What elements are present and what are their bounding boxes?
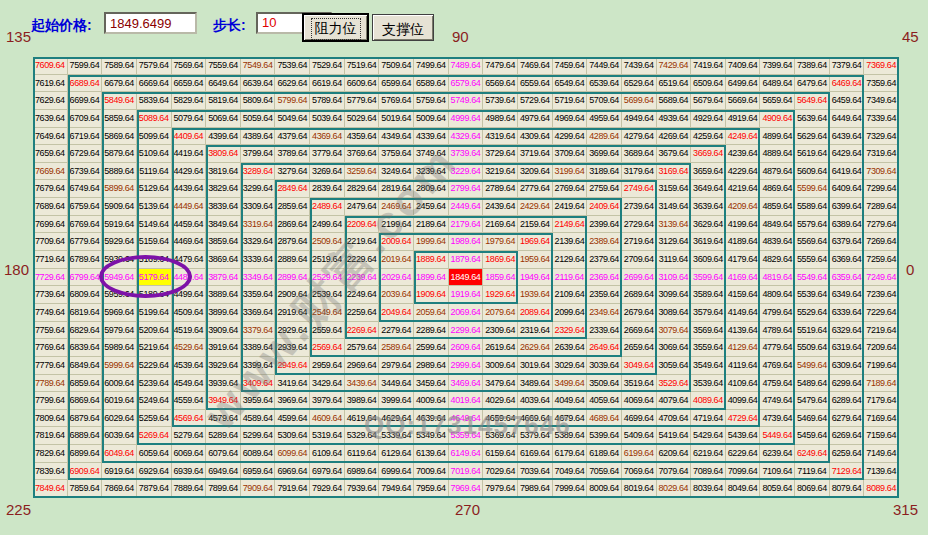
grid-cell[interactable]: 6339.64 [830, 304, 865, 322]
grid-cell[interactable]: 2109.64 [553, 286, 588, 304]
grid-cell[interactable]: 8009.64 [587, 480, 622, 498]
grid-cell[interactable]: 7209.64 [864, 339, 899, 357]
grid-cell[interactable]: 6629.64 [275, 75, 310, 93]
grid-cell[interactable]: 2829.64 [345, 180, 380, 198]
grid-cell[interactable]: 1999.64 [414, 233, 449, 251]
grid-cell[interactable]: 7459.64 [553, 57, 588, 75]
grid-cell[interactable]: 4359.64 [345, 128, 380, 146]
grid-cell[interactable]: 2139.64 [553, 233, 588, 251]
grid-cell[interactable]: 7629.64 [33, 92, 68, 110]
grid-cell[interactable]: 5929.64 [102, 233, 137, 251]
grid-cell[interactable]: 5419.64 [657, 427, 692, 445]
grid-cell[interactable]: 5939.64 [102, 251, 137, 269]
grid-cell[interactable]: 5059.64 [241, 110, 276, 128]
grid-cell[interactable]: 5949.64 [102, 269, 137, 287]
grid-cell[interactable]: 5069.64 [206, 110, 241, 128]
grid-cell[interactable]: 4299.64 [553, 128, 588, 146]
grid-cell[interactable]: 7909.64 [241, 480, 276, 498]
grid-cell[interactable]: 7309.64 [864, 163, 899, 181]
grid-cell[interactable]: 6649.64 [206, 75, 241, 93]
grid-cell[interactable]: 5489.64 [795, 375, 830, 393]
grid-cell[interactable]: 3539.64 [691, 375, 726, 393]
grid-cell[interactable]: 7699.64 [33, 216, 68, 234]
grid-cell[interactable]: 4449.64 [172, 198, 207, 216]
grid-cell[interactable]: 2779.64 [518, 180, 553, 198]
grid-cell[interactable]: 6329.64 [830, 322, 865, 340]
grid-cell[interactable]: 7729.64 [33, 269, 68, 287]
grid-cell[interactable]: 3789.64 [275, 145, 310, 163]
grid-cell[interactable]: 7529.64 [310, 57, 345, 75]
grid-cell[interactable]: 5659.64 [760, 92, 795, 110]
grid-cell[interactable]: 3459.64 [414, 375, 449, 393]
grid-cell[interactable]: 7599.64 [68, 57, 103, 75]
grid-cell[interactable]: 6749.64 [68, 180, 103, 198]
grid-cell[interactable]: 3689.64 [622, 145, 657, 163]
grid-cell[interactable]: 4859.64 [760, 198, 795, 216]
grid-cell[interactable]: 3659.64 [691, 163, 726, 181]
grid-cell[interactable]: 4219.64 [726, 180, 761, 198]
grid-cell[interactable]: 2729.64 [622, 216, 657, 234]
grid-cell[interactable]: 7069.64 [622, 463, 657, 481]
grid-cell[interactable]: 7409.64 [726, 57, 761, 75]
grid-cell[interactable]: 5789.64 [310, 92, 345, 110]
grid-cell[interactable]: 4169.64 [726, 269, 761, 287]
grid-cell[interactable]: 2229.64 [345, 251, 380, 269]
grid-cell[interactable]: 3129.64 [657, 233, 692, 251]
grid-cell[interactable]: 7509.64 [379, 57, 414, 75]
grid-cell[interactable]: 2309.64 [483, 322, 518, 340]
grid-cell[interactable]: 6359.64 [830, 269, 865, 287]
grid-cell[interactable]: 4149.64 [726, 304, 761, 322]
grid-cell[interactable]: 5039.64 [310, 110, 345, 128]
grid-cell[interactable]: 7839.64 [33, 463, 68, 481]
grid-cell[interactable]: 2609.64 [449, 339, 484, 357]
grid-cell[interactable]: 3609.64 [691, 251, 726, 269]
grid-cell[interactable]: 2899.64 [275, 269, 310, 287]
grid-cell[interactable]: 5509.64 [795, 339, 830, 357]
grid-cell[interactable]: 6049.64 [102, 445, 137, 463]
grid-cell[interactable]: 5259.64 [137, 410, 172, 428]
grid-cell[interactable]: 3819.64 [206, 163, 241, 181]
grid-cell[interactable]: 2479.64 [345, 198, 380, 216]
grid-cell[interactable]: 4039.64 [518, 392, 553, 410]
grid-cell[interactable]: 4199.64 [726, 216, 761, 234]
grid-cell[interactable]: 4479.64 [172, 251, 207, 269]
grid-cell[interactable]: 5319.64 [310, 427, 345, 445]
grid-cell[interactable]: 5279.64 [172, 427, 207, 445]
grid-cell[interactable]: 5889.64 [102, 163, 137, 181]
grid-cell[interactable]: 4649.64 [449, 410, 484, 428]
grid-cell[interactable]: 8029.64 [657, 480, 692, 498]
grid-cell[interactable]: 7339.64 [864, 110, 899, 128]
grid-cell[interactable]: 6669.64 [137, 75, 172, 93]
grid-cell[interactable]: 5869.64 [102, 128, 137, 146]
grid-cell[interactable]: 7539.64 [275, 57, 310, 75]
grid-cell[interactable]: 7969.64 [449, 480, 484, 498]
grid-cell[interactable]: 3299.64 [241, 180, 276, 198]
grid-cell[interactable]: 2429.64 [518, 198, 553, 216]
grid-cell[interactable]: 3099.64 [657, 286, 692, 304]
grid-cell[interactable]: 2659.64 [622, 339, 657, 357]
grid-cell[interactable]: 4049.64 [553, 392, 588, 410]
grid-cell[interactable]: 2569.64 [310, 339, 345, 357]
grid-cell[interactable]: 6709.64 [68, 110, 103, 128]
grid-cell[interactable]: 5559.64 [795, 251, 830, 269]
grid-cell[interactable]: 6269.64 [830, 427, 865, 445]
grid-cell[interactable]: 4709.64 [657, 410, 692, 428]
grid-cell[interactable]: 4999.64 [449, 110, 484, 128]
grid-cell[interactable]: 7719.64 [33, 251, 68, 269]
grid-cell[interactable]: 7429.64 [657, 57, 692, 75]
grid-cell[interactable]: 7219.64 [864, 322, 899, 340]
grid-cell[interactable]: 6789.64 [68, 251, 103, 269]
grid-cell[interactable]: 4239.64 [726, 145, 761, 163]
grid-cell[interactable]: 7449.64 [587, 57, 622, 75]
grid-cell[interactable]: 6449.64 [830, 110, 865, 128]
grid-cell[interactable]: 2619.64 [483, 339, 518, 357]
grid-cell[interactable]: 4469.64 [172, 233, 207, 251]
grid-cell[interactable]: 7869.64 [102, 480, 137, 498]
grid-cell[interactable]: 7099.64 [726, 463, 761, 481]
grid-cell[interactable]: 3529.64 [657, 375, 692, 393]
start-price-input[interactable] [104, 12, 197, 34]
grid-cell[interactable]: 4819.64 [760, 269, 795, 287]
grid-cell[interactable]: 3829.64 [206, 180, 241, 198]
grid-cell[interactable]: 6309.64 [830, 357, 865, 375]
grid-cell[interactable]: 2799.64 [449, 180, 484, 198]
